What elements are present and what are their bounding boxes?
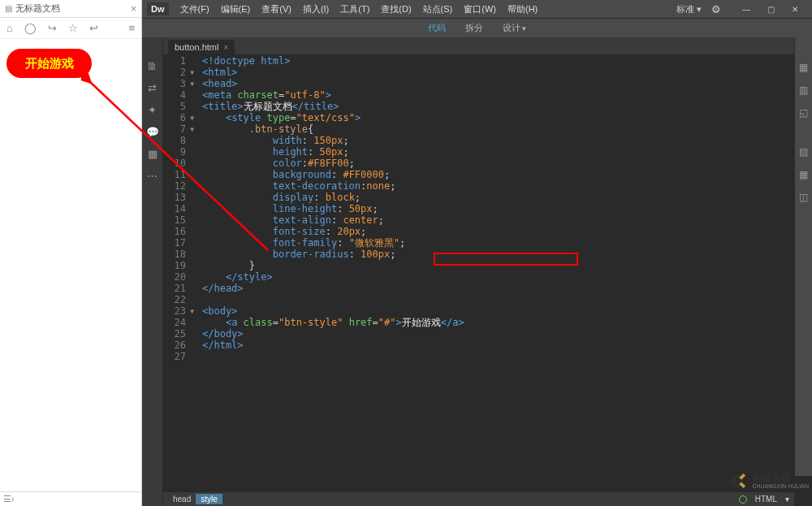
- panel-icon-6[interactable]: ◫: [799, 192, 808, 203]
- menu-items: 文件(F) 编辑(E) 查看(V) 插入(I) 工具(T) 查找(D) 站点(S…: [175, 2, 543, 17]
- close-icon[interactable]: ×: [223, 43, 228, 52]
- expand-icon[interactable]: ☰›: [3, 494, 15, 504]
- watermark-icon: [728, 470, 749, 491]
- panel-icon-2[interactable]: ▥: [799, 84, 808, 96]
- minimize-button[interactable]: —: [734, 2, 758, 16]
- menu-icon[interactable]: ≡: [128, 22, 135, 34]
- code-editor[interactable]: 12▼3▼456▼7▼89101112131415161718192021222…: [163, 55, 812, 506]
- menu-edit[interactable]: 编辑(E): [216, 2, 256, 17]
- document-icon: ▤: [5, 4, 12, 13]
- file-tab[interactable]: button.html ×: [168, 40, 235, 54]
- view-tabs: 代码 拆分 设计: [142, 18, 812, 37]
- watermark-sub: CHUANGXIN HULIAN: [752, 483, 809, 489]
- panel-icon-3[interactable]: ◱: [799, 107, 808, 119]
- menu-find[interactable]: 查找(D): [376, 2, 416, 17]
- menubar-right: 标准 ▾ ⚙ — ▢ ✕: [673, 2, 807, 17]
- preview-tab[interactable]: ▤ 无标题文档 ×: [0, 0, 141, 18]
- menu-help[interactable]: 帮助(H): [503, 2, 542, 17]
- menu-tools[interactable]: 工具(T): [335, 2, 374, 17]
- dw-logo: Dw: [147, 2, 169, 15]
- file-tabbar: button.html ×: [163, 37, 812, 55]
- comment-icon[interactable]: 💬: [146, 126, 159, 138]
- window-controls: — ▢ ✕: [734, 2, 807, 16]
- gear-icon[interactable]: ⚙: [711, 3, 721, 15]
- menu-insert[interactable]: 插入(I): [298, 2, 334, 17]
- dreamweaver-panel: Dw 文件(F) 编辑(E) 查看(V) 插入(I) 工具(T) 查找(D) 站…: [142, 0, 812, 506]
- watermark-brand: 创新互联: [752, 474, 809, 483]
- back-icon[interactable]: ↩: [89, 22, 98, 34]
- close-icon[interactable]: ×: [131, 3, 136, 15]
- breadcrumb-style[interactable]: style: [196, 494, 222, 504]
- preview-footer: ☰›: [0, 491, 142, 506]
- code-body[interactable]: <!doctype html><html><head><meta charset…: [191, 55, 812, 506]
- maximize-button[interactable]: ▢: [758, 2, 783, 16]
- manage-icon[interactable]: ⇄: [148, 82, 157, 94]
- menu-window[interactable]: 窗口(W): [459, 2, 501, 17]
- wand-icon[interactable]: ✦: [148, 104, 157, 116]
- panel-icon-5[interactable]: ▦: [799, 169, 808, 180]
- more-icon[interactable]: ⋯: [147, 170, 158, 182]
- line-gutter: 12▼3▼456▼7▼89101112131415161718192021222…: [163, 55, 191, 506]
- home-icon[interactable]: ⌂: [6, 22, 13, 34]
- layout-dropdown[interactable]: 标准 ▾: [673, 2, 705, 17]
- tab-split[interactable]: 拆分: [460, 19, 488, 37]
- menu-view[interactable]: 查看(V): [257, 2, 296, 17]
- collapse-icon[interactable]: ▦: [148, 148, 158, 160]
- right-panel: ▦ ▥ ◱ ▤ ▦ ◫: [794, 37, 812, 476]
- file-tab-label: button.html: [175, 42, 218, 52]
- left-toolbar: 🗎 ⇄ ✦ 💬 ▦ ⋯: [142, 37, 163, 506]
- menubar: Dw 文件(F) 编辑(E) 查看(V) 插入(I) 工具(T) 查找(D) 站…: [142, 0, 812, 18]
- status-ok-icon: [739, 495, 747, 504]
- breadcrumb-head[interactable]: head: [168, 494, 196, 504]
- reload-icon[interactable]: ◯: [24, 22, 37, 34]
- tab-code[interactable]: 代码: [423, 19, 451, 37]
- panel-icon-4[interactable]: ▤: [799, 146, 808, 158]
- preview-tab-title: 无标题文档: [15, 2, 60, 15]
- file-icon[interactable]: 🗎: [147, 60, 158, 72]
- preview-content: 开始游戏: [0, 39, 141, 88]
- preview-toolbar: ⌂ ◯ ↪ ☆ ↩ ≡: [0, 18, 141, 39]
- menu-file[interactable]: 文件(F): [175, 2, 214, 17]
- status-language[interactable]: HTML: [752, 494, 780, 504]
- status-bar: head style HTML ▾: [163, 491, 794, 506]
- menu-site[interactable]: 站点(S): [418, 2, 458, 17]
- chevron-down-icon[interactable]: ▾: [785, 495, 789, 504]
- tab-design[interactable]: 设计: [498, 19, 532, 37]
- star-icon[interactable]: ☆: [68, 22, 78, 34]
- close-button[interactable]: ✕: [783, 2, 807, 16]
- start-game-button[interactable]: 开始游戏: [6, 49, 92, 78]
- preview-panel: ▤ 无标题文档 × ⌂ ◯ ↪ ☆ ↩ ≡ 开始游戏 ☰›: [0, 0, 142, 506]
- forward-icon[interactable]: ↪: [48, 22, 57, 34]
- watermark: 创新互联 CHUANGXIN HULIAN: [728, 470, 809, 491]
- panel-icon-1[interactable]: ▦: [799, 62, 808, 73]
